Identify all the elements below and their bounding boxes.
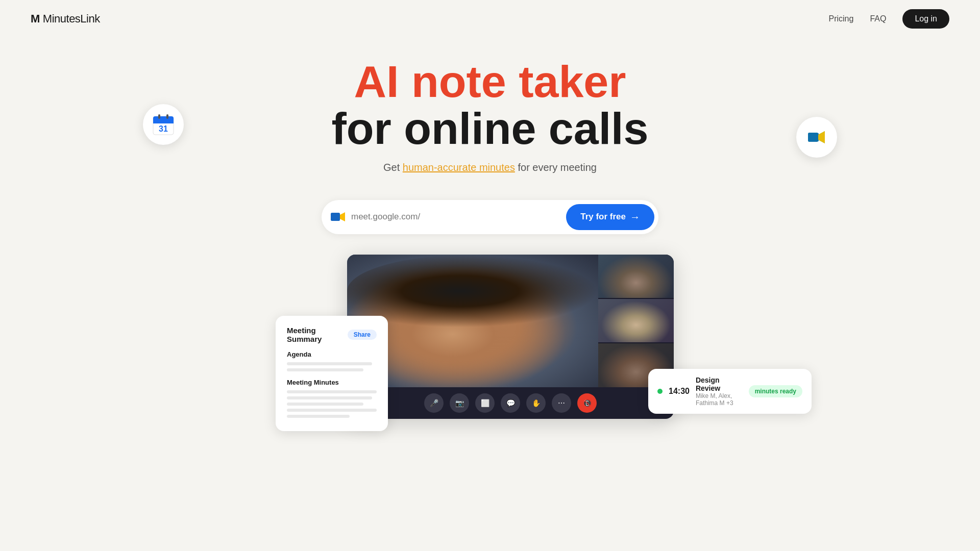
hero-title-line1: AI note taker <box>331 58 648 105</box>
summary-card-title: Meeting Summary <box>287 326 348 343</box>
video-main-area <box>347 255 674 387</box>
nav-right: Pricing FAQ Log in <box>828 9 949 29</box>
minutes-line-1 <box>287 390 377 393</box>
url-input-wrapper: Try for free → <box>322 200 658 234</box>
minutes-ready-badge: minutes ready <box>749 385 802 397</box>
chat-button[interactable]: 💬 <box>501 393 520 413</box>
logo-text: MinutesLink <box>43 12 100 26</box>
notif-info: Design Review Mike M, Alex, Fathima M +3 <box>696 376 743 407</box>
notification-card: 14:30 Design Review Mike M, Alex, Fathim… <box>648 369 812 414</box>
minutes-line-5 <box>287 415 350 418</box>
screen-share-button[interactable]: ⬜ <box>475 393 495 413</box>
notif-participants: Mike M, Alex, Fathima M +3 <box>696 392 743 407</box>
minutes-line-4 <box>287 409 377 412</box>
notif-online-dot <box>657 389 663 394</box>
subtitle-before: Get <box>383 162 403 173</box>
google-meet-svg <box>805 126 828 148</box>
mic-button[interactable]: 🎤 <box>424 393 444 413</box>
minutes-line-3 <box>287 403 363 406</box>
svg-rect-12 <box>331 213 340 221</box>
subtitle-after: for every meeting <box>515 162 597 173</box>
meet-icon-input <box>330 209 346 225</box>
agenda-line-1 <box>287 362 372 365</box>
url-input[interactable] <box>351 212 566 222</box>
thumb-video-2 <box>598 299 674 342</box>
gmeet-icon-float <box>796 117 837 158</box>
arrow-icon: → <box>630 211 640 223</box>
minutes-label: Meeting Minutes <box>287 379 377 386</box>
logo-m-letter: M <box>31 12 40 26</box>
agenda-line-2 <box>287 368 363 371</box>
hero-subtitle: Get human-accurate minutes for every mee… <box>10 162 970 173</box>
video-call-mockup: 🎤 📷 ⬜ 💬 ✋ ⋯ 📵 <box>347 255 674 419</box>
input-section: Try for free → <box>0 200 980 234</box>
camera-button[interactable]: 📷 <box>450 393 469 413</box>
minutes-section: Meeting Minutes <box>287 379 377 418</box>
hero-title: AI note taker for online calls <box>331 58 648 153</box>
faq-link[interactable]: FAQ <box>870 14 886 23</box>
login-button[interactable]: Log in <box>902 9 949 29</box>
agenda-label: Agenda <box>287 350 377 358</box>
demo-area: Meeting Summary Share Agenda Meeting Min… <box>286 255 694 419</box>
hero-title-line2: for online calls <box>331 105 648 152</box>
end-call-button[interactable]: 📵 <box>577 393 597 413</box>
notif-time: 14:30 <box>669 387 690 396</box>
video-sidebar <box>598 255 674 387</box>
subtitle-highlight: human-accurate minutes <box>403 162 515 173</box>
hero-ai-text: AI note taker <box>354 56 626 107</box>
logo: M MinutesLink <box>31 12 100 26</box>
pricing-link[interactable]: Pricing <box>828 14 853 23</box>
share-badge[interactable]: Share <box>348 330 377 340</box>
hero-section: AI note taker for online calls Get human… <box>0 38 980 184</box>
try-btn-label: Try for free <box>580 212 626 222</box>
more-options-button[interactable]: ⋯ <box>552 393 571 413</box>
thumb-video-1 <box>598 255 674 298</box>
summary-card-header: Meeting Summary Share <box>287 326 377 343</box>
minutes-line-2 <box>287 396 372 399</box>
navbar: M MinutesLink Pricing FAQ Log in <box>0 0 980 38</box>
svg-rect-10 <box>808 133 818 142</box>
notif-meeting-title: Design Review <box>696 376 743 392</box>
video-controls-bar: 🎤 📷 ⬜ 💬 ✋ ⋯ 📵 <box>347 387 674 419</box>
try-for-free-button[interactable]: Try for free → <box>566 204 654 230</box>
hand-raise-button[interactable]: ✋ <box>526 393 546 413</box>
meeting-summary-card: Meeting Summary Share Agenda Meeting Min… <box>276 316 388 431</box>
